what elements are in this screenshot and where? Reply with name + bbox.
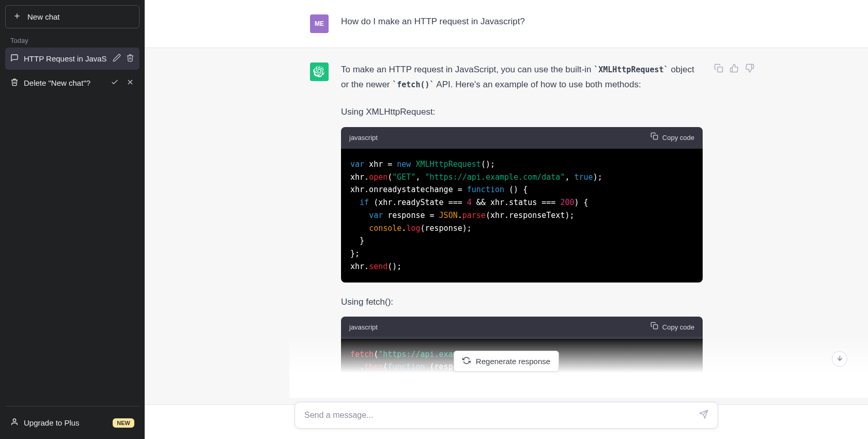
intro-span-3: API. Here's an example of how to use bot… [435,80,641,89]
chat-scroll[interactable]: ME How do I make an HTTP request in Java… [145,0,868,439]
assistant-message-content: To make an HTTP request in JavaScript, y… [341,62,703,390]
message-input[interactable] [304,411,699,420]
chat-icon [10,54,19,64]
clipboard-icon [650,132,658,144]
user-avatar: ME [310,14,329,33]
code-language-label: javascript [349,322,378,333]
scroll-to-bottom-button[interactable] [832,351,847,367]
thumbs-up-icon[interactable] [730,64,739,75]
upgrade-button[interactable]: Upgrade to Plus NEW [5,412,140,434]
cancel-delete-icon[interactable] [126,78,134,88]
copy-code-label: Copy code [662,132,694,144]
sidebar-footer: Upgrade to Plus NEW [5,406,140,434]
delete-confirm-row: Delete "New chat"? [5,72,140,94]
svg-rect-5 [653,135,657,139]
confirm-delete-icon[interactable] [111,78,119,88]
message-composer [295,402,718,429]
user-message-text: How do I make an HTTP request in Javascr… [341,14,703,33]
conversation-title: HTTP Request in JavaS [24,54,107,63]
user-message-row: ME How do I make an HTTP request in Java… [145,0,868,48]
refresh-icon [462,356,471,366]
regenerate-button[interactable]: Regenerate response [454,351,559,372]
intro-span-1: To make an HTTP request in JavaScript, y… [341,65,594,74]
assistant-avatar [310,62,329,81]
inline-code-xhr: `XMLHttpRequest` [594,65,669,74]
code-language-label: javascript [349,132,378,144]
svg-rect-6 [653,325,657,329]
new-chat-label: New chat [27,12,60,21]
copy-code-button[interactable]: Copy code [650,132,694,144]
codeblock-xhr: javascript Copy code var xhr = new XMLHt… [341,127,703,283]
copy-code-button[interactable]: Copy code [650,322,694,333]
arrow-down-icon [836,354,844,364]
inline-code-fetch: `fetch()` [392,80,434,89]
section-heading-xhr: Using XMLHttpRequest: [341,105,703,120]
svg-point-4 [13,419,16,421]
trash-icon [10,78,19,88]
svg-rect-7 [718,67,723,72]
edit-icon[interactable] [113,54,121,64]
new-badge: NEW [113,418,134,428]
section-heading-fetch: Using fetch(): [341,295,703,310]
main-panel: ME How do I make an HTTP request in Java… [145,0,868,439]
user-icon [10,418,19,428]
sidebar: New chat Today HTTP Request in JavaS Del… [0,0,145,439]
sidebar-section-today: Today [5,28,140,48]
copy-code-label: Copy code [662,322,694,333]
delete-confirm-text: Delete "New chat"? [24,79,90,87]
trash-icon[interactable] [126,54,134,64]
clipboard-icon [650,322,658,333]
conversation-item-active[interactable]: HTTP Request in JavaS [5,48,140,70]
regenerate-label: Regenerate response [476,357,550,366]
send-button[interactable] [699,410,708,421]
thumbs-down-icon[interactable] [745,64,754,75]
assistant-message-tools [714,64,754,75]
clipboard-icon[interactable] [714,64,723,75]
codeblock-fetch: javascript Copy code fetch("https://api.… [341,317,703,383]
send-icon [699,412,708,420]
upgrade-label: Upgrade to Plus [24,418,80,427]
code-body-xhr: var xhr = new XMLHttpRequest(); xhr.open… [341,149,703,283]
new-chat-button[interactable]: New chat [5,5,140,28]
plus-icon [13,12,21,22]
